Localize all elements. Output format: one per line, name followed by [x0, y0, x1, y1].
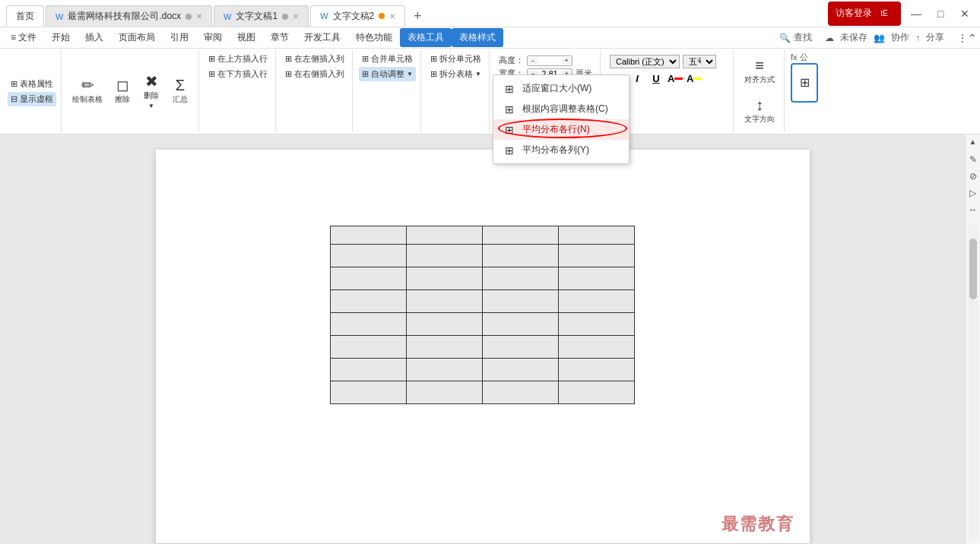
- table-cell[interactable]: [483, 226, 559, 245]
- visit-login-button[interactable]: 访客登录 tE: [828, 2, 901, 26]
- height-minus-button[interactable]: –: [528, 57, 538, 65]
- tab-doc2-label: 文字文稿1: [236, 10, 278, 23]
- scroll-track[interactable]: [969, 223, 978, 541]
- highlight-button[interactable]: A: [686, 70, 702, 87]
- table-cell[interactable]: [559, 290, 635, 313]
- table-cell[interactable]: [331, 226, 407, 245]
- ribbon-tab-special[interactable]: 特色功能: [348, 28, 400, 47]
- menu-item-fit-content[interactable]: ⊞ 根据内容调整表格(C): [493, 99, 629, 119]
- table-cell[interactable]: [483, 267, 559, 290]
- table-cell[interactable]: [331, 313, 407, 336]
- underline-button[interactable]: U: [648, 70, 664, 87]
- table-cell[interactable]: [559, 245, 635, 267]
- scroll-up-button[interactable]: ▲: [966, 134, 980, 149]
- ribbon-tab-tabletool[interactable]: 表格工具: [400, 28, 452, 47]
- ribbon-tab-chapter[interactable]: 章节: [263, 28, 297, 47]
- tab-home[interactable]: 首页: [6, 5, 44, 27]
- scroll-thumb[interactable]: [969, 239, 977, 299]
- text-direction-button[interactable]: ↕ 文字方向: [740, 91, 779, 131]
- table-cell[interactable]: [407, 290, 483, 313]
- table-cell[interactable]: [559, 267, 635, 290]
- ribbon-tab-tablestyle[interactable]: 表格样式: [452, 28, 503, 47]
- right-tool-resize[interactable]: ↔: [967, 204, 979, 216]
- tab-doc1-close[interactable]: ✕: [196, 12, 202, 21]
- table-cell[interactable]: [407, 245, 483, 267]
- merge-cells-button[interactable]: ⊞ 合并单元格: [359, 52, 416, 66]
- auto-adjust-button[interactable]: ⊞ 自动调整 ▼: [359, 67, 416, 81]
- split-table-arrow-icon: ▼: [475, 71, 481, 77]
- tab-doc2-close[interactable]: ✕: [293, 12, 299, 21]
- table-cell[interactable]: [331, 290, 407, 313]
- right-tool-cursor[interactable]: ▷: [967, 187, 979, 199]
- table-cell[interactable]: [407, 381, 483, 404]
- add-tab-button[interactable]: +: [407, 5, 428, 27]
- tab-doc3[interactable]: W 文字文稿2 ✕: [310, 5, 405, 27]
- align-button[interactable]: ≡ 对齐方式: [740, 52, 779, 91]
- ribbon-tab-review[interactable]: 审阅: [196, 28, 230, 47]
- summary-button[interactable]: Σ 汇总: [167, 71, 194, 111]
- table-cell[interactable]: [331, 267, 407, 290]
- table-cell[interactable]: [559, 381, 635, 404]
- table-cell[interactable]: [559, 359, 635, 381]
- table-cell[interactable]: [483, 381, 559, 404]
- search-box[interactable]: 🔍 查找: [779, 31, 812, 44]
- close-button[interactable]: ✕: [956, 5, 974, 23]
- table-cell[interactable]: [331, 381, 407, 404]
- menu-item-fit-window[interactable]: ⊞ 适应窗口大小(W): [493, 78, 629, 99]
- height-input[interactable]: [538, 56, 561, 65]
- ribbon-tab-references[interactable]: 引用: [163, 28, 196, 47]
- menu-item-distribute-cols[interactable]: ⊞ 平均分布各列(Y): [493, 140, 629, 160]
- show-virtual-button[interactable]: ⊟ 显示虚框: [8, 92, 56, 106]
- split-cell-button[interactable]: ⊞ 拆分单元格: [427, 52, 484, 66]
- auto-adjust-arrow-icon: ▼: [407, 71, 413, 77]
- insert-left-button[interactable]: ⊞ 在左侧插入列: [282, 52, 347, 66]
- quick-table-icon-btn[interactable]: ⊞: [791, 63, 818, 103]
- table-cell[interactable]: [407, 226, 483, 245]
- tab-doc2[interactable]: W 文字文稿1 ✕: [214, 5, 309, 27]
- restore-button[interactable]: □: [931, 5, 950, 23]
- insert-above-button[interactable]: ⊞ 在上方插入行: [205, 52, 271, 66]
- table-cell[interactable]: [483, 359, 559, 381]
- draw-table-button[interactable]: ✏ 绘制表格: [68, 71, 107, 111]
- ribbon-tab-insert[interactable]: 插入: [78, 28, 111, 47]
- table-cell[interactable]: [331, 359, 407, 381]
- ribbon-tab-view[interactable]: 视图: [230, 28, 263, 47]
- table-cell[interactable]: [407, 336, 483, 359]
- height-row: 高度： – +: [499, 55, 592, 66]
- font-size-select[interactable]: 五号: [683, 55, 716, 68]
- ribbon-tab-file[interactable]: ≡ 文件: [3, 28, 44, 47]
- table-cell[interactable]: [559, 313, 635, 336]
- table-cell[interactable]: [331, 336, 407, 359]
- minimize-button[interactable]: —: [907, 5, 925, 23]
- insert-below-button[interactable]: ⊞ 在下方插入行: [205, 67, 271, 81]
- ribbon-tab-pagelayout[interactable]: 页面布局: [111, 28, 163, 47]
- table-cell[interactable]: [483, 290, 559, 313]
- right-tool-circle[interactable]: ⊘: [967, 170, 979, 182]
- split-table-button[interactable]: ⊞ 拆分表格 ▼: [427, 67, 484, 81]
- table-cell[interactable]: [559, 226, 635, 245]
- italic-button[interactable]: I: [629, 70, 645, 87]
- right-tool-pencil[interactable]: ✎: [967, 153, 979, 166]
- table-cell[interactable]: [483, 336, 559, 359]
- tab-doc3-close[interactable]: ✕: [389, 12, 395, 21]
- table-cell[interactable]: [559, 336, 635, 359]
- erase-button[interactable]: ◻ 擦除: [109, 71, 136, 111]
- tab-doc1[interactable]: W 最需网络科技有限公司.docx ✕: [46, 5, 212, 27]
- menu-item-distribute-rows[interactable]: ⊞ 平均分布各行(N): [493, 119, 629, 140]
- delete-button[interactable]: ✖ 删除 ▼: [138, 71, 165, 111]
- table-cell[interactable]: [483, 313, 559, 336]
- table-cell[interactable]: [331, 245, 407, 267]
- collapse-ribbon-button[interactable]: ⌃: [968, 32, 977, 44]
- table-cell[interactable]: [407, 267, 483, 290]
- table-properties-button[interactable]: ⊞ 表格属性: [8, 77, 56, 91]
- more-button[interactable]: ⋮: [957, 32, 968, 44]
- table-cell[interactable]: [483, 245, 559, 267]
- ribbon-tab-devtools[interactable]: 开发工具: [297, 28, 348, 47]
- font-color-button[interactable]: A: [667, 70, 683, 87]
- ribbon-tab-start[interactable]: 开始: [44, 28, 78, 47]
- table-cell[interactable]: [407, 313, 483, 336]
- font-name-select[interactable]: Calibri (正文): [610, 55, 680, 68]
- table-cell[interactable]: [407, 359, 483, 381]
- height-plus-button[interactable]: +: [561, 57, 572, 65]
- insert-right-button[interactable]: ⊞ 在右侧插入列: [282, 67, 347, 81]
